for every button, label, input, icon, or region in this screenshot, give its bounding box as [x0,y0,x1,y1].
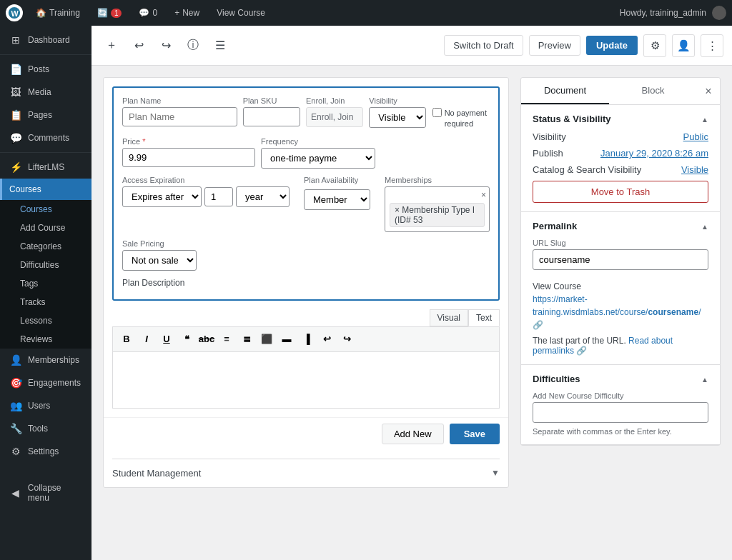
student-management-chevron[interactable]: ▼ [491,468,500,478]
plan-sku-input[interactable] [243,107,300,126]
plan-name-input[interactable] [122,107,237,126]
expiration-type-select[interactable]: Expires after Never Fixed date [122,186,202,207]
url-slug-input[interactable] [533,249,708,270]
expiration-number-input[interactable] [204,187,233,206]
adminbar-new[interactable]: + New [170,5,204,21]
add-block-button[interactable]: ＋ [100,34,123,57]
sale-pricing-select[interactable]: Not on sale On sale [122,250,197,271]
publish-value[interactable]: January 29, 2020 8:26 am [600,148,708,159]
more-options-button[interactable]: ⋮ [701,34,723,57]
sidebar-item-collapse[interactable]: ◀ Collapse menu [0,477,92,509]
bold-button[interactable]: B [117,330,136,349]
adminbar-comments[interactable]: 💬 0 [134,5,162,21]
unordered-list-button[interactable]: ≡ [217,330,236,349]
sidebar-item-users[interactable]: 👥 Users [0,394,92,417]
read-about-link[interactable]: Read about permalinks [533,336,673,356]
text-editor-area[interactable] [112,351,500,409]
difficulty-input[interactable] [533,402,708,423]
sidebar-item-media[interactable]: 🖼 Media [0,81,92,104]
status-visibility-label: Status & Visibility [533,114,611,124]
sidebar-item-pages[interactable]: 📋 Pages [0,104,92,126]
sidebar-label-engagements: Engagements [28,378,81,388]
visual-tab[interactable]: Visual [430,309,468,326]
no-payment-checkbox[interactable] [432,108,442,117]
sidebar-item-comments[interactable]: 💬 Comments [0,126,92,149]
memberships-clear-icon[interactable]: × [481,190,486,200]
difficulties-header[interactable]: Difficulties [533,374,708,384]
submenu-item-courses[interactable]: Courses [0,200,92,219]
admin-sidebar: ⊞ Dashboard 📄 Posts 🖼 Media 📋 Pages 💬 Co… [0,26,92,560]
submenu-item-tags[interactable]: Tags [0,274,92,293]
info-button[interactable]: ⓘ [182,34,204,57]
visibility-header: Visibility [369,96,426,105]
italic-button[interactable]: I [137,330,156,349]
frequency-select[interactable]: one-time payme monthly yearly [261,148,375,169]
visibility-select[interactable]: Visible Hidden [369,107,426,128]
sidebar-item-posts[interactable]: 📄 Posts [0,58,92,81]
align-right-button[interactable]: ▐ [297,330,316,349]
memberships-box[interactable]: × × Membership Type I (ID# 53 [385,186,490,232]
submenu-item-lessons[interactable]: Lessons [0,311,92,330]
save-plan-button[interactable]: Save [450,424,500,444]
plan-availability-select[interactable]: Member Everyone [304,189,370,210]
submenu-item-add-course[interactable]: Add Course [0,219,92,237]
update-button[interactable]: Update [586,36,638,55]
undo-text-button[interactable]: ↩ [317,330,336,349]
submenu-item-reviews[interactable]: Reviews [0,330,92,349]
permalink-link[interactable]: https://market-training.wisdmlabs.net/co… [533,294,701,317]
access-expiration-label: Access Expiration [122,176,290,184]
wp-logo[interactable]: W [6,4,23,21]
sidebar-item-engagements[interactable]: 🎯 Engagements [0,371,92,394]
underline-button[interactable]: U [157,330,176,349]
enroll-button-display: Enroll, Join [306,107,363,127]
adminbar-training[interactable]: 🏠 Training [31,5,84,21]
people-button[interactable]: 👤 [672,34,695,57]
sidebar-label-users: Users [28,401,50,411]
align-center-button[interactable]: ▬ [277,330,296,349]
strikethrough-button[interactable]: abc [197,330,216,349]
submenu-item-difficulties[interactable]: Difficulties [0,256,92,274]
sidebar-item-dashboard[interactable]: ⊞ Dashboard [0,29,92,51]
add-new-button[interactable]: Add New [382,424,444,444]
status-visibility-header[interactable]: Status & Visibility [533,114,708,124]
adminbar-updates[interactable]: 🔄 1 [93,5,127,21]
move-to-trash-button[interactable]: Move to Trash [533,181,708,203]
price-input[interactable] [122,148,255,167]
sidebar-item-lifterlms[interactable]: ⚡ LifterLMS [0,156,92,179]
redo-button[interactable]: ↪ [154,34,177,57]
no-payment-text: No payment required [445,108,490,130]
block-tab[interactable]: Block [609,78,697,104]
adminbar-view-course[interactable]: View Course [212,5,269,21]
align-left-button[interactable]: ⬛ [257,330,276,349]
permalink-header[interactable]: Permalink [533,221,708,231]
sidebar-close-button[interactable]: × [697,78,720,104]
student-management-section: Student Management ▼ [112,459,500,479]
sidebar-item-memberships[interactable]: 👤 Memberships [0,349,92,371]
document-tab[interactable]: Document [521,78,609,104]
dashboard-icon: ⊞ [9,34,22,46]
list-view-button[interactable]: ☰ [209,34,232,57]
switch-to-draft-button[interactable]: Switch to Draft [444,35,523,56]
permalink-chevron [701,221,708,231]
blockquote-button[interactable]: ❝ [177,330,196,349]
redo-text-button[interactable]: ↪ [337,330,356,349]
no-payment-display: No payment required [432,96,490,130]
house-icon: 🏠 [36,8,46,18]
visibility-label: Visibility [533,131,566,142]
visibility-value[interactable]: Public [683,131,708,142]
membership-tag-text: × Membership Type I (ID# 53 [395,205,480,225]
expiration-unit-select[interactable]: year month week day [236,186,290,207]
undo-button[interactable]: ↩ [127,34,150,57]
sidebar-item-settings[interactable]: ⚙ Settings [0,440,92,463]
catalog-value[interactable]: Visible [681,164,708,175]
sidebar-item-tools[interactable]: 🔧 Tools [0,417,92,440]
text-tab[interactable]: Text [468,309,500,326]
catalog-visibility-row: Catalog & Search Visibility Visible [533,164,708,175]
ordered-list-button[interactable]: ≣ [237,330,256,349]
plan-description-section: Plan Description [122,278,490,288]
settings-gear-button[interactable]: ⚙ [643,34,666,57]
sidebar-item-courses[interactable]: Courses [0,179,92,200]
preview-button[interactable]: Preview [529,35,580,56]
submenu-item-categories[interactable]: Categories [0,237,92,256]
submenu-item-tracks[interactable]: Tracks [0,293,92,311]
